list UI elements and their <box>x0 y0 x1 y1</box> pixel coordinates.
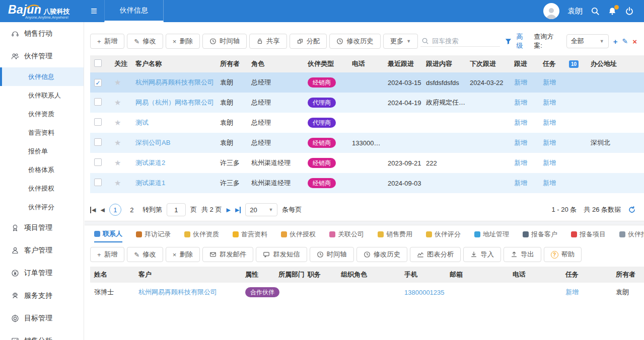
follow-up-add-link[interactable]: 新增 <box>514 78 527 86</box>
history-button[interactable]: 修改历史 <box>329 34 380 49</box>
col-follow-content[interactable]: 跟进内容 <box>422 55 466 72</box>
table-row[interactable]: ★ 测试渠道2 许三多 杭州渠道经理 经销商 2023-09-21 222 新增… <box>90 153 644 173</box>
partner-name-link[interactable]: 测试渠道1 <box>135 179 165 187</box>
search-icon[interactable] <box>591 7 600 16</box>
filter-funnel-icon[interactable] <box>505 38 512 45</box>
row-checkbox[interactable] <box>94 118 102 126</box>
partner-name-link[interactable]: 杭州网易再顾科技有限公司 <box>135 78 214 86</box>
tab-partner-info[interactable]: 伙伴信息 <box>104 0 164 22</box>
col-owner[interactable]: 所有者 <box>216 55 247 72</box>
task-add-link[interactable]: 新增 <box>543 159 556 166</box>
mobile-link[interactable]: 13800001235 <box>404 289 445 296</box>
help-button[interactable]: ?帮助 <box>544 247 582 262</box>
import-button[interactable]: 导入 <box>463 247 501 262</box>
tab-address-management[interactable]: 地址管理 <box>474 226 509 242</box>
sidebar-item-partner-authorization[interactable]: 伙伴授权 <box>0 179 84 198</box>
follow-up-add-link[interactable]: 新增 <box>514 179 527 187</box>
edit-query-plan-icon[interactable]: ✎ <box>622 37 628 45</box>
row-checkbox[interactable] <box>94 158 102 166</box>
table-row[interactable]: ★ 深圳公司AB 袁朗 总经理 经销商 13300000002 新增 新增 深圳… <box>90 133 644 153</box>
sidebar-item-partner-contacts[interactable]: 伙伴联系人 <box>0 86 84 105</box>
sidebar-item-project-mgmt[interactable]: 项目管理 <box>0 216 84 239</box>
sidebar-item-sales-analysis[interactable]: 销售分析 <box>0 329 84 340</box>
tab-sales-expenses[interactable]: 销售费用 <box>378 226 412 242</box>
page-number-2[interactable]: 2 <box>126 204 138 216</box>
follow-up-add-link[interactable]: 新增 <box>514 139 527 146</box>
sidebar-item-partner-mgmt[interactable]: 伙伴管理 <box>0 45 84 67</box>
star-icon[interactable]: ★ <box>114 158 121 167</box>
user-name[interactable]: 袁朗 <box>567 7 583 16</box>
col-next-follow[interactable]: 下次跟进 <box>466 55 510 72</box>
tab-partner-authorization[interactable]: 伙伴授权 <box>281 226 316 242</box>
task-add-link[interactable]: 新增 <box>565 288 579 296</box>
col-task[interactable]: 任务 <box>561 267 612 283</box>
page-number-1[interactable]: 1 <box>109 204 121 216</box>
sidebar-item-initial-docs[interactable]: 首营资料 <box>0 123 84 142</box>
col-email[interactable]: 邮箱 <box>446 267 509 283</box>
sidebar-item-partner-score[interactable]: 伙伴评分 <box>0 198 84 216</box>
share-button[interactable]: 共享 <box>249 34 287 49</box>
tab-contacts[interactable]: 联系人 <box>94 226 122 242</box>
last-page-icon[interactable]: ▶ <box>235 207 241 213</box>
export-button[interactable]: 导出 <box>504 247 541 262</box>
tab-partner-score[interactable]: 伙伴评分 <box>426 226 461 242</box>
col-position[interactable]: 职务 <box>304 267 337 283</box>
col-org-role[interactable]: 组织角色 <box>337 267 400 283</box>
col-role[interactable]: 角色 <box>247 55 304 72</box>
task-add-link[interactable]: 新增 <box>543 119 556 126</box>
task-add-link[interactable]: 新增 <box>543 179 556 187</box>
menu-toggle-icon[interactable]: ≡ <box>84 1 104 21</box>
mass-email-button[interactable]: 群发邮件 <box>202 247 253 262</box>
prev-page-icon[interactable]: ◀ <box>100 207 104 213</box>
mass-sms-button[interactable]: 群发短信 <box>256 247 307 262</box>
col-mobile[interactable]: 手机 <box>400 267 446 283</box>
follow-up-add-link[interactable]: 新增 <box>514 99 527 106</box>
contact-timeline-button[interactable]: 时间轴 <box>310 247 354 262</box>
search-input[interactable] <box>432 37 495 45</box>
tab-related-companies[interactable]: 关联公司 <box>329 226 364 242</box>
follow-up-add-link[interactable]: 新增 <box>514 159 527 166</box>
tab-reported-customers[interactable]: 报备客户 <box>523 226 557 242</box>
delete-query-plan-icon[interactable]: × <box>632 37 637 46</box>
assign-button[interactable]: 分配 <box>290 34 327 49</box>
partner-name-link[interactable]: 深圳公司AB <box>135 139 170 146</box>
tab-partner-qualification[interactable]: 伙伴资质 <box>184 226 219 242</box>
star-icon[interactable]: ★ <box>114 138 121 147</box>
timeline-button[interactable]: 时间轴 <box>202 34 247 49</box>
table-row-clipped[interactable] <box>90 193 644 200</box>
sidebar-item-quotation[interactable]: 报价单 <box>0 142 84 160</box>
row-checkbox[interactable] <box>94 138 102 146</box>
row-checkbox[interactable] <box>94 79 102 87</box>
tab-initial-docs[interactable]: 首营资料 <box>233 226 267 242</box>
contact-history-button[interactable]: 修改历史 <box>356 247 407 262</box>
star-icon[interactable]: ★ <box>114 78 121 87</box>
customer-link[interactable]: 杭州网易再顾科技有限公司 <box>138 288 217 296</box>
task-add-link[interactable]: 新增 <box>543 78 556 86</box>
col-follow-up[interactable]: 跟进 <box>510 55 539 72</box>
avatar[interactable] <box>543 3 559 19</box>
table-row[interactable]: ★ 网易（杭州）网络有限公司 袁朗 总经理 代理商 2024-04-19 政府规… <box>90 93 644 113</box>
add-button[interactable]: +新增 <box>90 34 124 49</box>
first-page-icon[interactable]: ◀ <box>90 207 96 213</box>
row-checkbox[interactable] <box>94 179 102 186</box>
col-office-address[interactable]: 办公地址 <box>587 55 644 72</box>
goto-page-input[interactable] <box>167 203 186 216</box>
col-customer[interactable]: 客户 <box>134 267 241 283</box>
partner-name-link[interactable]: 网易（杭州）网络有限公司 <box>135 99 214 106</box>
next-page-icon[interactable]: ▶ <box>226 207 230 213</box>
refresh-icon[interactable] <box>628 206 636 214</box>
tab-partner-orders[interactable]: 伙伴报单 <box>619 226 644 242</box>
sidebar-item-partner-qualification[interactable]: 伙伴资质 <box>0 105 84 123</box>
sidebar-item-customer-mgmt[interactable]: 客户管理 <box>0 239 84 262</box>
sidebar-item-sales-action[interactable]: 销售行动 <box>0 22 84 45</box>
app-logo[interactable]: Bajun 八骏科技 Anyone,Anytime,Anywhere! <box>0 3 84 19</box>
sidebar-item-service-support[interactable]: 服务支持 <box>0 284 84 307</box>
advanced-search-link[interactable]: 高级 <box>516 32 529 50</box>
edit-button[interactable]: ✎修改 <box>127 34 163 49</box>
col-partner-type[interactable]: 伙伴类型 <box>304 55 348 72</box>
col-phone[interactable]: 电话 <box>348 55 384 72</box>
panel-splitter[interactable] <box>85 221 644 225</box>
tab-reported-projects[interactable]: 报备项目 <box>571 226 606 242</box>
notifications-bell-icon[interactable] <box>608 7 617 16</box>
star-icon[interactable]: ★ <box>114 98 121 107</box>
